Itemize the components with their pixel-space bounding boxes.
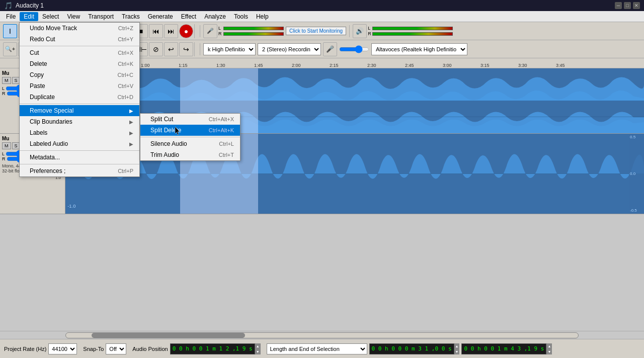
track-1-name: Mu (2, 70, 9, 76)
skip-start-button[interactable]: ⏮ (149, 24, 163, 38)
split-delete-label: Split Delete (150, 127, 181, 134)
sel-end-up[interactable]: ▲ (546, 343, 552, 349)
submenu-split-cut[interactable]: Split Cut Ctrl+Alt+X (140, 114, 240, 125)
scale-0: 0.0 (630, 171, 643, 176)
skip-end-button[interactable]: ⏭ (164, 24, 178, 38)
menu-undo-move-track[interactable]: Undo Move Track Ctrl+Z (20, 23, 139, 34)
submenu-trim-audio[interactable]: Trim Audio Ctrl+T (140, 149, 240, 160)
sep2 (200, 25, 200, 37)
zoom-in-button[interactable]: 🔍+ (3, 42, 17, 56)
sep5 (200, 43, 200, 55)
maximize-button[interactable]: □ (624, 2, 631, 9)
time-mark-230: 2:30 (367, 63, 405, 68)
time-mark-100: 1:00 (141, 63, 179, 68)
menu-select[interactable]: Select (38, 12, 63, 21)
menu-file[interactable]: File (2, 12, 20, 21)
remove-special-arrow: ▶ (129, 108, 133, 114)
selection-end-field[interactable]: 0 0 h 0 0 1 m 4 3 ,1 9 s (461, 343, 546, 354)
audio-pos-up[interactable]: ▲ (255, 343, 261, 349)
menu-copy[interactable]: Copy Ctrl+C (20, 69, 139, 80)
menu-tracks[interactable]: Tracks (118, 12, 144, 21)
time-mark-345: 3:45 (556, 63, 594, 68)
empty-track-area (0, 214, 644, 331)
track-1-mute[interactable]: M (2, 77, 11, 84)
horizontal-scrollbar-container (0, 331, 644, 339)
menu-delete[interactable]: Delete Ctrl+K (20, 58, 139, 69)
menu-duplicate[interactable]: Duplicate Ctrl+D (20, 92, 139, 103)
menu-redo-cut[interactable]: Redo Cut Ctrl+Y (20, 34, 139, 45)
output-level-l: L (368, 26, 372, 31)
menu-metadata[interactable]: Metadata... (20, 152, 139, 163)
menu-labels[interactable]: Labels ▶ (20, 127, 139, 138)
sel-start-down[interactable]: ▼ (454, 349, 460, 354)
scrollbar-thumb[interactable] (92, 333, 245, 338)
time-mark-215: 2:15 (330, 63, 367, 68)
project-rate-select[interactable]: 44100 (48, 343, 77, 354)
minimize-button[interactable]: ─ (615, 2, 622, 9)
split-cut-shortcut: Ctrl+Alt+X (209, 116, 234, 122)
project-rate-section: Project Rate (Hz) 44100 (4, 343, 77, 354)
channels-select[interactable]: 2 (Stereo) Recordin (258, 43, 321, 55)
audio-position-section: Audio Position 0 0 h 0 0 1 m 1 2 ,1 9 s … (132, 343, 260, 354)
close-button[interactable]: ✕ (633, 2, 640, 9)
horizontal-scrollbar[interactable] (65, 332, 579, 338)
selection-start-container: 0 0 h 0 0 0 m 3 1 ,0 0 s ▲ ▼ (369, 343, 460, 354)
snap-to-select[interactable]: Off (106, 343, 126, 354)
mic-button[interactable]: 🎤 (203, 24, 217, 38)
menu-help[interactable]: Help (252, 12, 273, 21)
output-device-select[interactable]: Altavoces (Realtek High Definitio (371, 43, 467, 55)
time-mark-115: 1:15 (179, 63, 216, 68)
menu-effect[interactable]: Effect (177, 12, 200, 21)
menu-tools[interactable]: Tools (230, 12, 252, 21)
selection-type-select[interactable]: Length and End of Selection (267, 343, 367, 354)
speaker-button[interactable]: 🔊 (353, 24, 367, 38)
selection-start-field[interactable]: 0 0 h 0 0 0 m 3 1 ,0 0 s (369, 343, 454, 354)
cut-shortcut: Ctrl+X (118, 50, 133, 56)
menu-preferences[interactable]: Preferences ; Ctrl+P (20, 165, 139, 176)
select-tool-button[interactable]: I (3, 24, 17, 38)
sel-end-down[interactable]: ▼ (546, 349, 552, 354)
input-volume-button[interactable]: 🎤 (323, 42, 337, 56)
silence-button[interactable]: ⊘ (149, 42, 163, 56)
menu-paste[interactable]: Paste Ctrl+V (20, 80, 139, 92)
menubar: File Edit Select View Transport Tracks G… (0, 11, 644, 22)
menu-analyze[interactable]: Analyze (200, 12, 230, 21)
selection-section: Length and End of Selection 0 0 h 0 0 0 … (267, 343, 552, 354)
submenu-silence-audio[interactable]: Silence Audio Ctrl+L (140, 138, 240, 149)
audio-position-field[interactable]: 0 0 h 0 0 1 m 1 2 ,1 9 s (170, 343, 255, 354)
track-1-pan-label: R (2, 91, 6, 96)
playback-device-select[interactable]: k High Definitio (203, 43, 256, 55)
sep-2 (20, 104, 139, 104)
monitoring-button[interactable]: Click to Start Monitoring (286, 27, 346, 35)
menu-remove-special[interactable]: Remove Special ▶ (20, 105, 139, 116)
silence-audio-shortcut: Ctrl+L (219, 141, 234, 147)
paste-label: Paste (30, 82, 45, 89)
audio-pos-down[interactable]: ▼ (255, 349, 261, 354)
menu-labeled-audio[interactable]: Labeled Audio ▶ (20, 138, 139, 149)
menu-edit[interactable]: Edit (20, 12, 38, 21)
app-title: Audacity 1 (16, 2, 615, 9)
project-rate-label: Project Rate (Hz) (4, 346, 46, 352)
record-button[interactable]: ● (179, 24, 193, 38)
sel-start-up[interactable]: ▲ (454, 343, 460, 349)
edit-menu-dropdown: Undo Move Track Ctrl+Z Redo Cut Ctrl+Y C… (19, 22, 140, 177)
labeled-audio-arrow: ▶ (129, 141, 133, 147)
undo-button[interactable]: ↩ (164, 42, 178, 56)
time-mark-330: 3:30 (518, 63, 556, 68)
input-levels: L R (218, 26, 284, 36)
input-level-bar-r (223, 32, 284, 36)
silence-audio-label: Silence Audio (150, 140, 187, 147)
menu-generate[interactable]: Generate (144, 12, 177, 21)
input-volume-slider[interactable] (339, 45, 369, 53)
menu-clip-boundaries[interactable]: Clip Boundaries ▶ (20, 116, 139, 127)
menu-view[interactable]: View (63, 12, 84, 21)
selection-end-spinners: ▲ ▼ (546, 343, 552, 354)
redo-button[interactable]: ↪ (179, 42, 193, 56)
split-cut-label: Split Cut (150, 116, 173, 123)
menu-cut[interactable]: Cut Ctrl+X (20, 47, 139, 58)
track-2-mute[interactable]: M (2, 142, 11, 149)
submenu-split-delete[interactable]: Split Delete Ctrl+Alt+K (140, 125, 240, 136)
track-2-name: Mu (2, 136, 9, 141)
menu-transport[interactable]: Transport (84, 12, 118, 21)
paste-shortcut: Ctrl+V (118, 83, 133, 89)
